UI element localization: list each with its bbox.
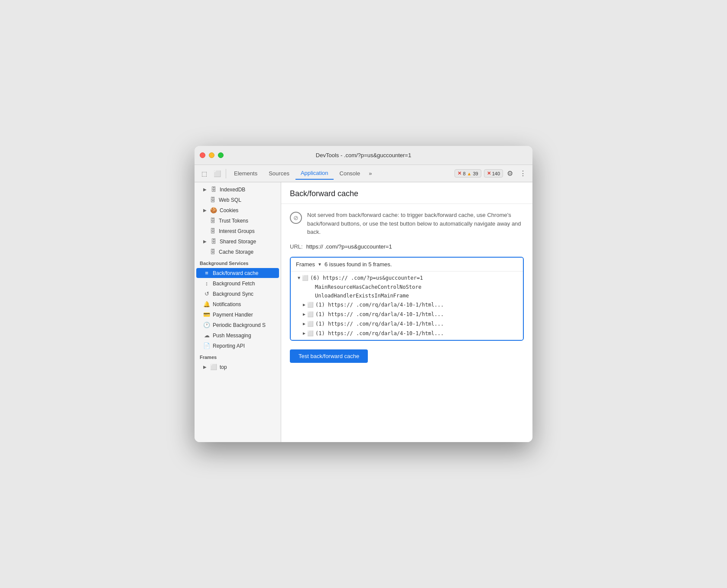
- sidebar-item-push-messaging[interactable]: ☁ Push Messaging: [196, 330, 279, 340]
- top-frame-icon: ⬜: [210, 364, 217, 370]
- sidebar-item-shared-storage[interactable]: ▶ 🗄 Shared Storage: [196, 236, 279, 246]
- reporting-api-icon: 📄: [203, 342, 210, 349]
- sidebar-item-bg-fetch[interactable]: ↕ Background Fetch: [196, 278, 279, 288]
- sidebar-item-trust-tokens[interactable]: 🗄 Trust Tokens: [196, 216, 279, 226]
- sidebar-item-websql[interactable]: 🗄 Web SQL: [196, 195, 279, 205]
- sidebar-label-cache-storage: Cache Storage: [219, 249, 253, 255]
- main-frame-label: (6) https:// .com/?p=us&guccounter=1: [310, 275, 423, 281]
- sidebar-item-payment-handler[interactable]: 💳 Payment Handler: [196, 310, 279, 320]
- sidebar-item-notifications[interactable]: 🔔 Notifications: [196, 299, 279, 309]
- main-frame-icon: ⬜: [302, 275, 308, 281]
- sidebar-label-bg-sync: Background Sync: [213, 291, 253, 297]
- sidebar-item-reporting-api[interactable]: 📄 Reporting API: [196, 341, 279, 351]
- close-button[interactable]: [200, 152, 205, 158]
- child-frame-icon: ⬜: [307, 321, 314, 327]
- badge-container: ✕ 8 ▲ 39 ✕ 140: [454, 169, 503, 178]
- push-messaging-icon: ☁: [203, 332, 210, 339]
- child-frame-icon: ⬜: [307, 302, 314, 308]
- info-box: ⊘ Not served from back/forward cache: to…: [290, 211, 524, 236]
- error-badge[interactable]: ✕ 8 ▲ 39: [454, 169, 481, 178]
- sidebar-label-bfcache: Back/forward cache: [213, 270, 258, 276]
- arrow-icon: ▶: [203, 187, 207, 192]
- sidebar-item-cache-storage[interactable]: 🗄 Cache Storage: [196, 247, 279, 257]
- sidebar-item-top-frame[interactable]: ▶ ⬜ top: [196, 362, 279, 372]
- child-frame-arrow: ▶: [303, 312, 305, 317]
- trust-tokens-icon: 🗄: [209, 217, 216, 224]
- settings-icon[interactable]: ⚙: [504, 168, 516, 180]
- child-frame-arrow: ▶: [303, 331, 305, 336]
- warning-count: 39: [473, 171, 478, 176]
- sidebar-item-interest-groups[interactable]: 🗄 Interest Groups: [196, 226, 279, 236]
- main-frame-row[interactable]: ▼ ⬜ (6) https:// .com/?p=us&guccounter=1: [291, 273, 523, 283]
- child-frame-row-3[interactable]: ▶ ⬜ (1) https:// .com/rq/darla/4-10-1/ht…: [291, 319, 523, 329]
- sidebar-label-shared-storage: Shared Storage: [220, 239, 256, 245]
- sidebar-label-indexeddb: IndexedDB: [220, 187, 245, 193]
- websql-icon: 🗄: [209, 197, 216, 203]
- frames-header: Frames ▼ 6 issues found in 5 frames.: [291, 258, 523, 271]
- bg-services-header: Background Services: [195, 257, 281, 268]
- frames-panel: Frames ▼ 6 issues found in 5 frames. ▼ ⬜…: [290, 257, 524, 341]
- error-count: 8: [463, 171, 465, 176]
- sidebar-label-payment-handler: Payment Handler: [213, 312, 253, 318]
- more-options-icon[interactable]: ⋮: [517, 168, 529, 180]
- content-body: ⊘ Not served from back/forward cache: to…: [281, 204, 532, 370]
- child-frame-row-4[interactable]: ▶ ⬜ (1) https:// .com/rq/darla/4-10-1/ht…: [291, 329, 523, 338]
- toolbar: ⬚ ⬜ Elements Sources Application Console…: [195, 165, 532, 182]
- minimize-button[interactable]: [209, 152, 214, 158]
- frames-arrow-icon[interactable]: ▼: [318, 262, 322, 267]
- frames-section-header: Frames: [195, 351, 281, 362]
- child-frame-label-4: (1) https:// .com/rq/darla/4-10-1/html..…: [315, 330, 444, 336]
- content-panel: Back/forward cache ⊘ Not served from bac…: [281, 182, 532, 442]
- url-row: URL: https:// .com/?p=us&guccounter=1: [290, 243, 524, 250]
- interest-groups-icon: 🗄: [209, 228, 216, 234]
- bg-sync-icon: ↺: [203, 291, 210, 297]
- url-label: URL:: [290, 243, 303, 250]
- more-tabs-button[interactable]: »: [366, 168, 374, 178]
- issues-icon: ✕: [487, 171, 491, 176]
- sidebar-label-websql: Web SQL: [219, 197, 241, 203]
- sidebar-label-notifications: Notifications: [213, 301, 241, 307]
- bfcache-icon: ≡: [203, 270, 210, 276]
- title-bar: DevTools - .com/?p=us&guccounter=1: [195, 146, 532, 165]
- sidebar-label-reporting-api: Reporting API: [213, 343, 245, 349]
- tab-elements[interactable]: Elements: [229, 168, 263, 179]
- sidebar-label-top: top: [220, 364, 227, 370]
- window-title: DevTools - .com/?p=us&guccounter=1: [316, 152, 411, 158]
- child-frame-row-2[interactable]: ▶ ⬜ (1) https:// .com/rq/darla/4-10-1/ht…: [291, 310, 523, 319]
- sidebar-item-periodic-bg[interactable]: 🕐 Periodic Background S: [196, 320, 279, 330]
- child-frame-label-2: (1) https:// .com/rq/darla/4-10-1/html..…: [315, 311, 444, 317]
- sidebar-item-bg-sync[interactable]: ↺ Background Sync: [196, 289, 279, 299]
- child-frame-icon: ⬜: [307, 330, 314, 336]
- sidebar-label-interest-groups: Interest Groups: [219, 228, 255, 234]
- sidebar-item-bfcache[interactable]: ≡ Back/forward cache: [196, 268, 279, 278]
- frames-summary: 6 issues found in 5 frames.: [325, 261, 392, 268]
- sidebar-item-cookies[interactable]: ▶ 🍪 Cookies: [196, 205, 279, 215]
- main-area: ▶ 🗄 IndexedDB 🗄 Web SQL ▶ 🍪 Cookies 🗄 Tr…: [195, 182, 532, 442]
- tab-sources[interactable]: Sources: [263, 168, 295, 179]
- main-frame-arrow: ▼: [298, 275, 300, 280]
- device-icon[interactable]: ⬜: [211, 168, 223, 180]
- issues-count: 140: [492, 171, 500, 176]
- child-frame-row-1[interactable]: ▶ ⬜ (1) https:// .com/rq/darla/4-10-1/ht…: [291, 300, 523, 310]
- issues-badge[interactable]: ✕ 140: [484, 169, 503, 178]
- toolbar-divider: [226, 169, 226, 178]
- tab-console[interactable]: Console: [334, 168, 366, 179]
- cursor-icon[interactable]: ⬚: [198, 168, 210, 180]
- notifications-icon: 🔔: [203, 301, 210, 307]
- tab-application[interactable]: Application: [295, 167, 334, 180]
- cache-storage-icon: 🗄: [209, 249, 216, 255]
- url-value: https:// .com/?p=us&guccounter=1: [306, 243, 392, 250]
- arrow-icon: ▶: [203, 208, 207, 213]
- sidebar-label-periodic-bg: Periodic Background S: [213, 322, 266, 328]
- sidebar-label-push-messaging: Push Messaging: [213, 333, 251, 339]
- info-text: Not served from back/forward cache: to t…: [307, 211, 524, 236]
- test-bfcache-button[interactable]: Test back/forward cache: [290, 349, 368, 363]
- maximize-button[interactable]: [218, 152, 224, 158]
- child-frame-label-3: (1) https:// .com/rq/darla/4-10-1/html..…: [315, 321, 444, 327]
- no-cache-icon: ⊘: [290, 212, 302, 224]
- sidebar-item-indexeddb[interactable]: ▶ 🗄 IndexedDB: [196, 184, 279, 194]
- bg-fetch-icon: ↕: [203, 280, 210, 287]
- frames-content: ▼ ⬜ (6) https:// .com/?p=us&guccounter=1…: [291, 271, 523, 340]
- arrow-icon: ▶: [203, 239, 207, 244]
- sidebar-label-cookies: Cookies: [220, 207, 238, 213]
